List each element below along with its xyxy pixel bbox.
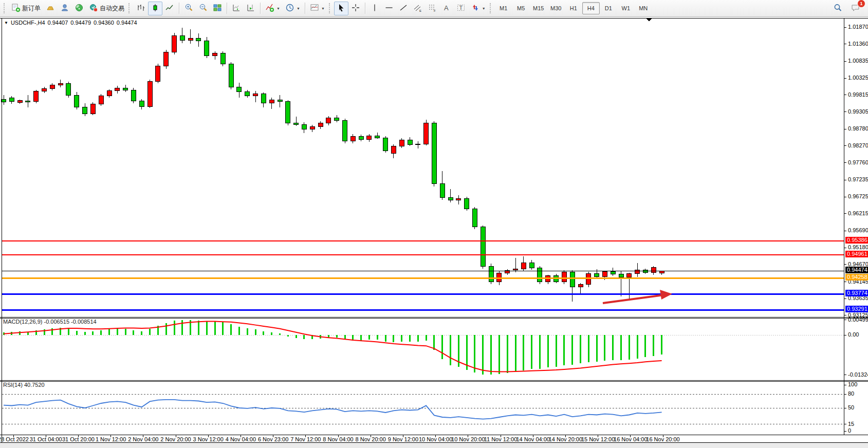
candle-body bbox=[278, 100, 282, 102]
community-button[interactable] bbox=[58, 2, 72, 15]
candle-body bbox=[9, 98, 14, 102]
indicators-icon bbox=[265, 3, 274, 14]
candle-body bbox=[513, 269, 518, 270]
tile-windows-button[interactable] bbox=[210, 2, 225, 15]
search-button[interactable] bbox=[830, 2, 845, 15]
mt4-terminal: 新订单 自动交易 bbox=[0, 0, 868, 448]
chart-close-value: 0.94474 bbox=[117, 20, 137, 26]
zoom-out-button[interactable] bbox=[196, 2, 210, 15]
crosshair-button[interactable] bbox=[348, 2, 363, 15]
price-tag-label: 0.94474 bbox=[845, 267, 868, 273]
dropdown-caret-icon: ▼ bbox=[297, 7, 300, 10]
price-axis[interactable] bbox=[844, 17, 868, 435]
price-tag-label: 0.94961 bbox=[845, 251, 868, 257]
chart-canvas[interactable] bbox=[0, 17, 868, 448]
candle-body bbox=[75, 95, 79, 107]
fibonacci-icon: F bbox=[428, 3, 437, 14]
candle-body bbox=[269, 100, 274, 103]
candle-body bbox=[188, 39, 193, 40]
candlestick-chart-button[interactable] bbox=[148, 2, 162, 15]
arrow-annotation-shaft bbox=[603, 295, 664, 303]
arrows-button[interactable]: ▼ bbox=[468, 2, 488, 15]
new-order-button[interactable]: 新订单 bbox=[9, 2, 43, 15]
candle-body bbox=[399, 140, 404, 146]
horizontal-line-icon bbox=[384, 3, 394, 14]
chat-button[interactable]: 1 bbox=[848, 2, 863, 15]
toolbar-separator bbox=[305, 3, 305, 14]
timeframe-h1-button[interactable]: H1 bbox=[565, 2, 582, 14]
candle-body bbox=[472, 209, 477, 227]
periods-clock-icon bbox=[285, 3, 294, 14]
auto-scroll-button[interactable] bbox=[229, 2, 244, 15]
templates-button[interactable]: ▼ bbox=[307, 2, 327, 15]
candle-body bbox=[147, 81, 152, 106]
toolbar-separator bbox=[227, 3, 227, 14]
equidistant-channel-icon: E bbox=[413, 3, 422, 14]
time-axis[interactable] bbox=[0, 435, 844, 443]
line-chart-button[interactable] bbox=[162, 2, 177, 15]
candlestick-chart-icon bbox=[151, 3, 160, 14]
timeframe-m1-button[interactable]: M1 bbox=[495, 2, 512, 14]
timeframe-h4-button[interactable]: H4 bbox=[582, 2, 600, 14]
candle-body bbox=[359, 136, 363, 139]
fibonacci-button[interactable]: F bbox=[425, 2, 439, 15]
price-tag-label: 0.95386 bbox=[845, 237, 868, 244]
candle-body bbox=[570, 272, 575, 287]
indicators-button[interactable]: ▼ bbox=[263, 2, 283, 15]
arrows-icon bbox=[471, 3, 480, 14]
timeframe-mn-button[interactable]: MN bbox=[635, 2, 652, 14]
chart-symbol-period: USDCHF-,H4 bbox=[11, 20, 45, 26]
bar-chart-button[interactable] bbox=[134, 2, 148, 15]
candle-body bbox=[2, 99, 6, 102]
equidistant-channel-button[interactable]: E bbox=[411, 2, 425, 15]
chart-window[interactable]: ▼ USDCHF-,H4 0.94407 0.94479 0.94360 0.9… bbox=[0, 17, 868, 448]
candle-body bbox=[383, 138, 388, 151]
candle-body bbox=[66, 84, 71, 95]
candle-body bbox=[651, 267, 656, 273]
candle-body bbox=[456, 199, 461, 200]
candle-body bbox=[50, 85, 54, 88]
svg-text:T: T bbox=[459, 5, 463, 11]
svg-text:A: A bbox=[444, 4, 449, 12]
candle-body bbox=[578, 284, 583, 287]
timeframe-m5-button[interactable]: M5 bbox=[512, 2, 530, 14]
candle-body bbox=[350, 136, 355, 141]
bar-chart-icon bbox=[136, 3, 145, 14]
candle-body bbox=[90, 104, 95, 114]
chart-shift-button[interactable] bbox=[244, 2, 258, 15]
candle-body bbox=[326, 118, 331, 123]
text-icon: A bbox=[442, 3, 451, 14]
zoom-in-button[interactable] bbox=[181, 2, 196, 15]
periods-button[interactable]: ▼ bbox=[283, 2, 303, 15]
signals-button[interactable] bbox=[72, 2, 86, 15]
timeframe-m15-button[interactable]: M15 bbox=[530, 2, 547, 14]
text-button[interactable]: A bbox=[439, 2, 454, 15]
horizontal-line-button[interactable] bbox=[382, 2, 396, 15]
toolbar-grip bbox=[329, 3, 331, 13]
candle-body bbox=[83, 107, 87, 114]
toolbar-grip bbox=[4, 3, 6, 13]
timeframe-d1-button[interactable]: D1 bbox=[600, 2, 617, 14]
candle-body bbox=[635, 270, 640, 274]
candle-body bbox=[424, 123, 429, 144]
text-label-button[interactable]: T bbox=[454, 2, 468, 15]
candle-body bbox=[489, 266, 493, 282]
cursor-button[interactable] bbox=[334, 2, 348, 15]
one-click-trading-arrow[interactable]: ▼ bbox=[4, 21, 8, 25]
autotrading-label: 自动交易 bbox=[100, 4, 124, 13]
gold-button[interactable] bbox=[43, 2, 58, 15]
candle-body bbox=[391, 146, 396, 154]
price-tag-label: 0.94258 bbox=[845, 274, 868, 281]
candle-body bbox=[335, 118, 339, 120]
dropdown-caret-icon: ▼ bbox=[276, 7, 280, 10]
candle-body bbox=[164, 52, 169, 66]
autotrading-button[interactable]: 自动交易 bbox=[86, 2, 127, 15]
timeframe-w1-button[interactable]: W1 bbox=[617, 2, 635, 14]
arrow-annotation-head bbox=[660, 290, 672, 300]
chart-open-value: 0.94407 bbox=[48, 20, 68, 26]
rsi-line bbox=[4, 400, 662, 419]
timeframe-m30-button[interactable]: M30 bbox=[547, 2, 565, 14]
vertical-line-button[interactable] bbox=[367, 2, 382, 15]
candle-body bbox=[529, 263, 534, 268]
trendline-button[interactable] bbox=[396, 2, 411, 15]
